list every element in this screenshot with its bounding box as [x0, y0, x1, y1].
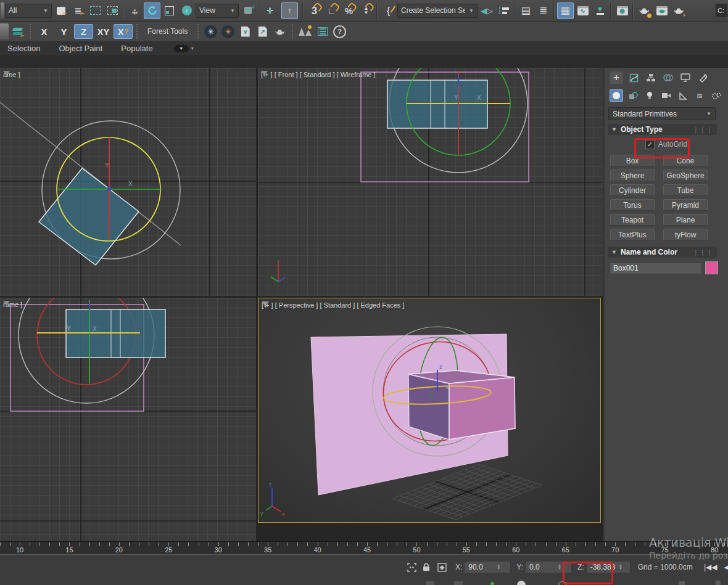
tab-object-paint[interactable]: Object Paint [59, 44, 102, 53]
ribbon-toggle-icon[interactable]: ▦ [557, 2, 574, 19]
forest-material-icon[interactable] [271, 23, 288, 40]
timeline-ruler[interactable]: 101520253035404550556065707580 [0, 541, 728, 555]
object-color-swatch[interactable] [705, 261, 718, 274]
render-setup-icon[interactable] [636, 2, 653, 19]
axis-constraint-special-button[interactable]: X ? [114, 24, 133, 39]
y-coordinate-spinner[interactable]: 0.0 ▲▼ [525, 561, 572, 573]
plane-button[interactable]: Plane [663, 214, 708, 226]
viewport-bottom-left[interactable]: rame ] Y X [0, 298, 256, 541]
z-coordinate-spinner[interactable]: -38.383 ▲▼ [586, 561, 631, 573]
object-name-field[interactable]: Box001 [610, 262, 702, 274]
axis-constraint-z-button[interactable]: Z [74, 24, 93, 39]
autogrid-label[interactable]: AutoGrid [658, 140, 687, 149]
selection-lock-icon[interactable] [419, 559, 434, 576]
spinner-snap-icon[interactable]: ▲▼ [358, 2, 374, 19]
mirror-icon[interactable]: ◀▷ [478, 2, 495, 19]
selection-set-dropdown[interactable]: Create Selection Se▼ [397, 4, 478, 18]
tab-modify[interactable] [627, 72, 640, 84]
help-icon[interactable]: ? [331, 23, 348, 40]
viewport-label[interactable]: [ + ] [ Perspective ] [ Standard ] [ Edg… [262, 301, 404, 309]
tab-lights[interactable] [643, 89, 656, 102]
x-coordinate-spinner[interactable]: 90.0 ▲▼ [464, 561, 511, 573]
tyflow-button[interactable]: tyFlow [663, 229, 708, 240]
maxscript-mini-listener[interactable]: C: [716, 4, 727, 17]
autogrid-checkbox[interactable]: ✓ [645, 140, 655, 149]
torus-button[interactable]: Torus [610, 199, 655, 211]
use-pivot-center-icon[interactable]: + [239, 2, 256, 19]
tab-motion[interactable] [661, 72, 675, 84]
align-icon[interactable] [495, 2, 512, 19]
selection-region-icon[interactable] [87, 2, 104, 19]
selection-filter-dropdown[interactable]: All▼ [5, 4, 52, 18]
select-and-manipulate-icon[interactable]: + [262, 2, 278, 19]
layer-stack-icon[interactable]: ➢ [9, 23, 26, 40]
rollout-object-type[interactable]: ▼ Object Type ⋮⋮⋮ [608, 124, 717, 135]
axis-constraint-x-button[interactable]: X [35, 24, 54, 39]
tab-helpers[interactable] [676, 89, 690, 102]
snap-toggle-3d-icon[interactable]: 3 [306, 2, 323, 19]
box-button[interactable]: Box [610, 155, 655, 166]
viewport-front[interactable]: [ + ] [ Front ] [ Standard ] [ Wireframe… [258, 68, 603, 296]
percent-snap-icon[interactable]: % [341, 2, 357, 19]
select-and-rotate-icon[interactable] [144, 2, 160, 19]
keyboard-override-icon[interactable]: ↑ [281, 2, 298, 19]
viewport-label[interactable]: ame ] [3, 71, 20, 78]
select-and-scale-icon[interactable] [161, 2, 178, 19]
schematic-view-icon[interactable]: ▼ [592, 2, 608, 19]
chevron-down-icon[interactable]: ▾ [191, 46, 194, 51]
previous-frame-button[interactable]: ◀| [720, 560, 728, 575]
trees-icon[interactable] [297, 23, 313, 40]
forest-pack-icon[interactable]: ✳ [202, 23, 219, 40]
forest-library-icon[interactable]: ∨ [237, 23, 254, 40]
list-panel-icon[interactable] [314, 23, 331, 40]
select-and-place-icon[interactable]: ↑ [178, 2, 195, 19]
select-object-icon[interactable]: ➢ [52, 2, 69, 19]
ribbon-minimize-pill[interactable]: ▼ [174, 45, 189, 52]
render-production-icon[interactable]: ⚡︎ [671, 2, 687, 19]
cone-button[interactable]: Cone [663, 155, 708, 166]
absolute-offset-toggle-icon[interactable] [434, 559, 450, 576]
viewport-label[interactable]: rame ] [3, 301, 22, 308]
tab-utilities[interactable] [696, 72, 709, 84]
viewport-top-left[interactable]: ame ] Y X [0, 68, 256, 296]
rendered-frame-icon[interactable] [653, 2, 670, 19]
geosphere-button[interactable]: GeoSphere [663, 170, 708, 181]
teapot-button[interactable]: Teapot [610, 214, 655, 226]
tab-selection[interactable]: Selection [7, 44, 40, 53]
tube-button[interactable]: Tube [663, 184, 708, 196]
category-dropdown[interactable]: Standard Primitives ▼ [608, 107, 716, 120]
tab-shapes[interactable] [626, 89, 640, 102]
isolate-selection-icon[interactable] [404, 559, 419, 576]
scene-explorer-icon[interactable]: ▤ [518, 2, 534, 19]
go-to-start-button[interactable]: |◀◀ [703, 560, 719, 575]
tab-hierarchy[interactable] [644, 72, 658, 84]
forest-tools-doc-icon[interactable]: ↗ [254, 23, 271, 40]
layer-explorer-icon[interactable]: ≣ [535, 2, 552, 19]
window-crossing-icon[interactable] [104, 2, 121, 19]
viewport-label[interactable]: [ + ] [ Front ] [ Standard ] [ Wireframe… [261, 71, 376, 78]
tab-space-warps[interactable]: ≋ [693, 89, 706, 102]
spinner-arrows-icon[interactable]: ▲▼ [497, 564, 500, 570]
named-selection-sets-icon[interactable]: { [380, 2, 397, 19]
tab-display[interactable] [679, 72, 692, 84]
tab-geometry[interactable] [610, 89, 623, 102]
tab-populate[interactable]: Populate [121, 44, 152, 53]
reference-coordinate-dropdown[interactable]: View▼ [196, 4, 239, 18]
axis-constraint-xy-button[interactable]: XY [94, 24, 113, 39]
tab-cameras[interactable] [660, 89, 673, 102]
select-and-move-icon[interactable]: ↔↕ [126, 2, 143, 19]
select-by-name-icon[interactable]: ≣ ➢ [70, 2, 86, 19]
spinner-arrows-icon[interactable]: ▲▼ [619, 564, 623, 570]
tab-systems[interactable] [709, 89, 723, 102]
angle-snap-icon[interactable]: ∟ [323, 2, 340, 19]
spinner-arrows-icon[interactable]: ▲▼ [558, 564, 561, 570]
curve-editor-icon[interactable]: ∿ [574, 2, 591, 19]
viewport-perspective[interactable]: [ + ] [ Perspective ] [ Standard ] [ Edg… [258, 298, 601, 523]
sphere-button[interactable]: Sphere [610, 170, 655, 181]
forest-settings-icon[interactable]: ✳ [220, 23, 236, 40]
pyramid-button[interactable]: Pyramid [663, 199, 708, 211]
rollout-name-and-color[interactable]: ▼ Name and Color ⋮⋮⋮ [608, 247, 717, 258]
material-editor-icon[interactable]: ◉ [614, 2, 631, 19]
axis-constraint-y-button[interactable]: Y [54, 24, 73, 39]
cylinder-button[interactable]: Cylinder [610, 184, 655, 196]
